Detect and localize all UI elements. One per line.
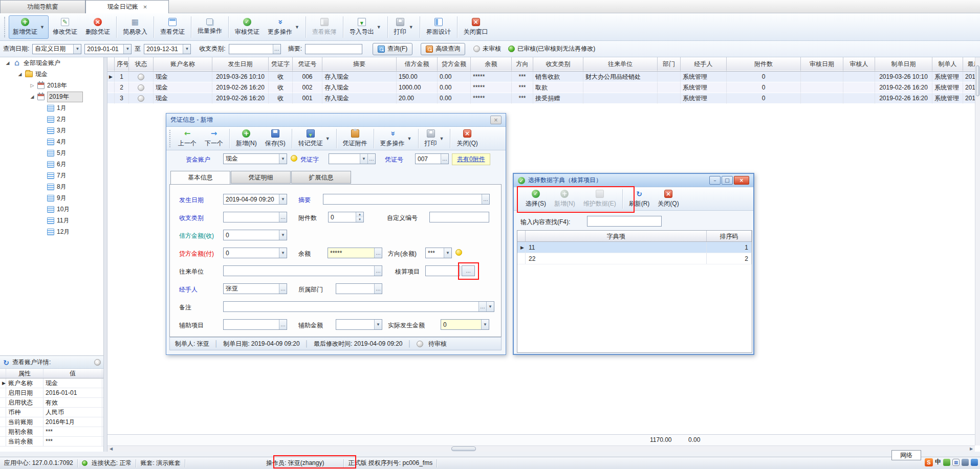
tab-extended-info[interactable]: 扩展信息 — [291, 171, 351, 184]
grid-header-cell[interactable]: 状态 — [129, 57, 154, 71]
toolbar-button-print[interactable]: 打印▼ — [390, 15, 418, 39]
chevron-down-icon[interactable]: ▼ — [409, 25, 413, 30]
voucher-number-input[interactable]: 007… — [415, 153, 449, 164]
dict-row[interactable]: ▶111 — [517, 242, 752, 253]
chevron-down-icon[interactable]: ▼ — [279, 248, 287, 258]
tree-node-month-2[interactable]: 2月 — [0, 114, 103, 125]
voucher-word-select[interactable]: ▼… — [329, 153, 376, 164]
tree-node-month-12[interactable]: 12月 — [0, 226, 103, 237]
grid-header-cell[interactable]: 贷方金额 — [438, 57, 471, 71]
ellipsis-icon[interactable]: … — [367, 154, 375, 164]
voucher-dialog-titlebar[interactable]: 凭证信息 - 新增 × — [166, 114, 506, 127]
scrollbar-thumb[interactable] — [451, 446, 476, 451]
chevron-down-icon[interactable]: ▼ — [444, 248, 451, 258]
toolbar-button-batch[interactable]: 批量操作 — [193, 15, 226, 39]
grid-header-cell[interactable]: 凭证字 — [269, 57, 293, 71]
detail-row[interactable]: 启用状态有效 — [0, 398, 103, 408]
grid-header-cell[interactable]: 审核人 — [843, 57, 875, 71]
toolbar-button-add[interactable]: 新增(N) — [232, 128, 261, 149]
ellipsis-icon[interactable]: … — [279, 284, 287, 294]
actual-amount-input[interactable]: 0▼ — [441, 319, 489, 330]
detail-row[interactable]: 期初余额*** — [0, 427, 103, 437]
ellipsis-icon[interactable]: … — [273, 44, 280, 54]
chevron-down-icon[interactable]: ▼ — [486, 302, 494, 311]
toolbar-button-del[interactable]: 删除凭证 — [81, 15, 114, 39]
toolbar-button-save2[interactable]: 转记凭证▼ — [294, 128, 334, 149]
balance-input[interactable]: *****… — [328, 248, 382, 258]
tree-node-cash[interactable]: ◢ 现金 — [0, 69, 103, 80]
grid-header-cell[interactable]: 制单人 — [932, 57, 963, 71]
tree-node-month-6[interactable]: 6月 — [0, 159, 103, 170]
toolbar-button-prev[interactable]: 上一个 — [174, 128, 201, 149]
chevron-down-icon[interactable]: ▼ — [481, 320, 489, 329]
chevron-down-icon[interactable]: ▼ — [279, 154, 287, 164]
advanced-search-button[interactable]: 高级查询 — [421, 43, 465, 55]
close-icon[interactable]: × — [490, 116, 502, 124]
table-row[interactable]: 3现金2019-02-26 16:20收001存入现金20.000.00****… — [107, 93, 975, 104]
detail-row[interactable]: 启用日期2016-01-01 — [0, 388, 103, 398]
tree-node-month-1[interactable]: 1月 — [0, 102, 103, 114]
category-field-input[interactable]: … — [223, 212, 287, 222]
ellipsis-icon[interactable]: … — [478, 302, 486, 311]
grid-header-cell[interactable]: 摘要 — [322, 57, 397, 71]
toolbar-button-io[interactable]: 导入导出▼ — [345, 15, 385, 39]
detail-row[interactable]: 当前账期2016年1月 — [0, 417, 103, 427]
toolbar-button-closewin[interactable]: 关闭(Q) — [654, 188, 683, 210]
date-to-picker[interactable]: 2019-12-31 ▼ — [144, 44, 191, 54]
department-input[interactable]: … — [336, 283, 382, 294]
toolbar-button-more[interactable]: 更多操作▼ — [264, 15, 303, 39]
grid-header-cell[interactable]: 制单日期 — [875, 57, 932, 71]
grid-header-cell[interactable]: 收支类别 — [533, 57, 583, 71]
tree-node-month-10[interactable]: 10月 — [0, 204, 103, 215]
chevron-down-icon[interactable]: ▼ — [360, 154, 367, 164]
occur-date-picker[interactable]: 2019-04-09 09:20▼ — [223, 194, 287, 205]
scroll-left-icon[interactable]: ◀ — [107, 446, 115, 452]
ellipsis-icon[interactable]: … — [441, 154, 448, 164]
summary-input[interactable] — [305, 44, 362, 54]
ellipsis-icon[interactable]: … — [374, 284, 382, 294]
ellipsis-icon[interactable]: … — [279, 320, 287, 329]
accounting-item-input[interactable] — [425, 265, 460, 276]
aux-item-input[interactable]: … — [223, 319, 287, 330]
toolbar-button-book[interactable]: 查看账簿 — [308, 15, 341, 39]
tree-node-month-11[interactable]: 11月 — [0, 215, 103, 226]
category-input[interactable]: … — [229, 44, 281, 54]
toolbar-button-more[interactable]: 更多操作▼ — [376, 128, 416, 149]
toolbar-button-next[interactable]: 下一个 — [201, 128, 227, 149]
scrollbar-thumb[interactable] — [976, 65, 979, 96]
toolbar-button-view[interactable]: 查看凭证 — [156, 15, 189, 39]
table-row[interactable]: ▶1现金2019-03-26 10:10收006存入现金150.000.00**… — [107, 72, 975, 82]
dict-search-input[interactable] — [587, 216, 662, 227]
sogou-tray-icon[interactable]: S — [925, 458, 933, 466]
summary-field-input[interactable]: … — [323, 194, 490, 205]
grid-header-cell[interactable]: 借方金额 — [397, 57, 438, 71]
dict-row[interactable]: 222 — [517, 253, 752, 264]
detail-row[interactable]: 当前余额*** — [0, 437, 103, 446]
expander-icon[interactable]: ◢ — [17, 72, 23, 77]
maximize-icon[interactable]: □ — [722, 176, 733, 185]
spinner-icons[interactable]: ▲▼ — [356, 212, 363, 222]
expander-icon[interactable]: ▷ — [30, 83, 35, 88]
debit-input[interactable]: 0▼ — [223, 230, 287, 240]
chevron-down-icon[interactable]: ▼ — [377, 25, 381, 30]
detail-row[interactable]: ▶账户名称现金 — [0, 378, 103, 388]
chevron-down-icon[interactable]: ▼ — [279, 230, 287, 240]
chevron-down-icon[interactable]: ▼ — [407, 136, 412, 141]
chevron-down-icon[interactable]: ▼ — [73, 44, 81, 54]
keyboard-tray-icon[interactable]: ▦ — [952, 459, 960, 466]
ellipsis-icon[interactable]: … — [279, 212, 287, 222]
tab-voucher-detail[interactable]: 凭证明细 — [231, 171, 291, 184]
toolbar-grip[interactable] — [169, 130, 172, 147]
toolbar-button-attach[interactable]: 凭证附件 — [339, 128, 372, 149]
horizontal-scrollbar[interactable]: ◀ ▶ — [107, 445, 975, 452]
toolbar-button-check[interactable]: 审核凭证 — [231, 15, 264, 39]
detail-row[interactable]: 币种人民币 — [0, 408, 103, 417]
aux-amount-input[interactable]: ▼ — [336, 319, 382, 330]
counterparty-input[interactable]: … — [223, 265, 382, 276]
ellipsis-icon[interactable]: … — [374, 266, 382, 276]
toolbar-grip[interactable] — [4, 17, 7, 37]
tree-node-month-9[interactable]: 9月 — [0, 192, 103, 204]
grid-header-cell[interactable]: 附件数 — [727, 57, 801, 71]
grid-header-cell[interactable]: 经手人 — [681, 57, 727, 71]
attachment-link[interactable]: 共有0附件 — [452, 153, 490, 165]
